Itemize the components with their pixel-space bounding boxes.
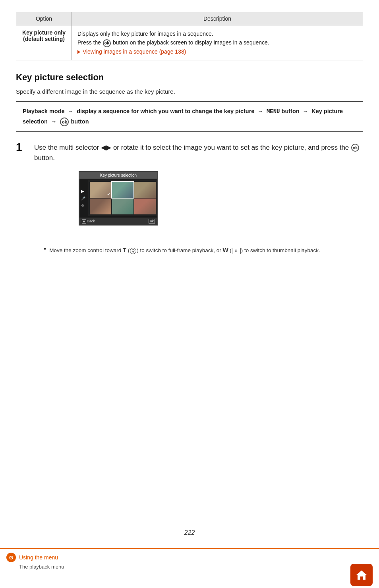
nav-arrow-1: →	[68, 108, 74, 114]
footer-info-icon: ■	[82, 219, 86, 224]
thumb-2	[112, 182, 133, 198]
table-header-option: Option	[16, 12, 72, 25]
desc-line2: Press the ok button on the playback scre…	[77, 39, 269, 46]
screen-footer-info: ■ Back	[82, 219, 95, 224]
link-text: Viewing images in a sequence (page 138)	[83, 48, 186, 55]
step-1-container: 1 Use the multi selector ◀▶ or rotate it…	[16, 141, 363, 164]
footer: G Using the menu The playback menu	[0, 548, 379, 588]
section-intro: Specify a different image in the sequenc…	[16, 88, 363, 95]
footer-link[interactable]: G Using the menu	[6, 553, 64, 562]
nav-button-2: button	[71, 118, 89, 125]
nav-playback-mode: Playback mode	[23, 108, 65, 114]
bullet-item-1: • Move the zoom control toward T (Q) to …	[44, 245, 363, 255]
thumb-3	[134, 182, 156, 198]
nav-button-1: button	[280, 108, 300, 114]
nav-arrow-4: →	[51, 118, 57, 125]
screen-header: Key picture selection	[79, 172, 157, 179]
bullet-section: • Move the zoom control toward T (Q) to …	[44, 245, 363, 255]
nav-sequence-text: display a sequence for which you want to…	[77, 108, 254, 114]
footer-link-text: Using the menu	[19, 554, 58, 561]
navigation-box: Playback mode → display a sequence for w…	[16, 101, 363, 131]
screen-footer: ■ Back ok	[79, 218, 157, 225]
screen-microphone-icon: 🎤	[81, 197, 85, 200]
thumb-5	[112, 199, 133, 214]
screen-settings-icon: ⚙	[81, 204, 85, 208]
option-label: Key picture only(default setting)	[22, 29, 66, 42]
step-number: 1	[16, 141, 28, 154]
nav-ok-icon: ok	[60, 118, 69, 126]
thumb-1: ✓	[90, 182, 111, 198]
home-button[interactable]	[350, 564, 373, 586]
thumb-6	[134, 199, 156, 214]
W-label: W	[222, 247, 228, 253]
bullet-dot: •	[44, 245, 46, 253]
desc-line1: Displays only the key picture for images…	[77, 31, 213, 37]
footer-ok-icon: ok	[149, 219, 155, 224]
step-text-part2: button.	[34, 154, 55, 162]
table-header-description: Description	[72, 12, 363, 25]
table-description-cell: Displays only the key picture for images…	[72, 25, 363, 60]
nav-arrow-2: →	[257, 108, 263, 114]
nav-arrow-3: →	[303, 108, 309, 114]
grid-icon: ⊟	[232, 248, 241, 254]
footer-back-label: Back	[87, 219, 95, 223]
nav-menu-label: MENU	[267, 108, 280, 115]
camera-screen: Key picture selection ▶ 🎤 ⚙ ✓	[79, 171, 158, 226]
svg-marker-0	[356, 571, 367, 580]
selected-checkmark: ✓	[107, 192, 110, 197]
screen-play-icon: ▶	[81, 189, 85, 193]
home-icon	[356, 569, 367, 580]
table-option-cell: Key picture only(default setting)	[16, 25, 72, 60]
step-ok-icon: ok	[351, 144, 359, 152]
thumbnail-grid: ✓	[88, 180, 157, 216]
step-text: Use the multi selector ◀▶ or rotate it t…	[34, 141, 363, 164]
T-label: T	[123, 247, 126, 253]
ok-button-icon: ok	[103, 39, 111, 47]
screen-footer-ok: ok	[149, 219, 155, 224]
search-icon: Q	[130, 248, 136, 254]
footer-brand-icon: G	[6, 553, 16, 562]
step-text-part1: Use the multi selector ◀▶ or rotate it t…	[34, 144, 351, 151]
desc-link: Viewing images in a sequence (page 138)	[77, 48, 186, 55]
section-title: Key picture selection	[16, 72, 363, 83]
link-arrow-icon	[77, 50, 80, 54]
bullet-text: Move the zoom control toward T (Q) to sw…	[49, 245, 320, 255]
page-number: 222	[0, 529, 379, 536]
thumb-4	[90, 199, 111, 214]
footer-left: G Using the menu The playback menu	[6, 553, 64, 570]
option-table: Option Description Key picture only(defa…	[16, 12, 363, 60]
footer-subtitle: The playback menu	[19, 564, 64, 570]
